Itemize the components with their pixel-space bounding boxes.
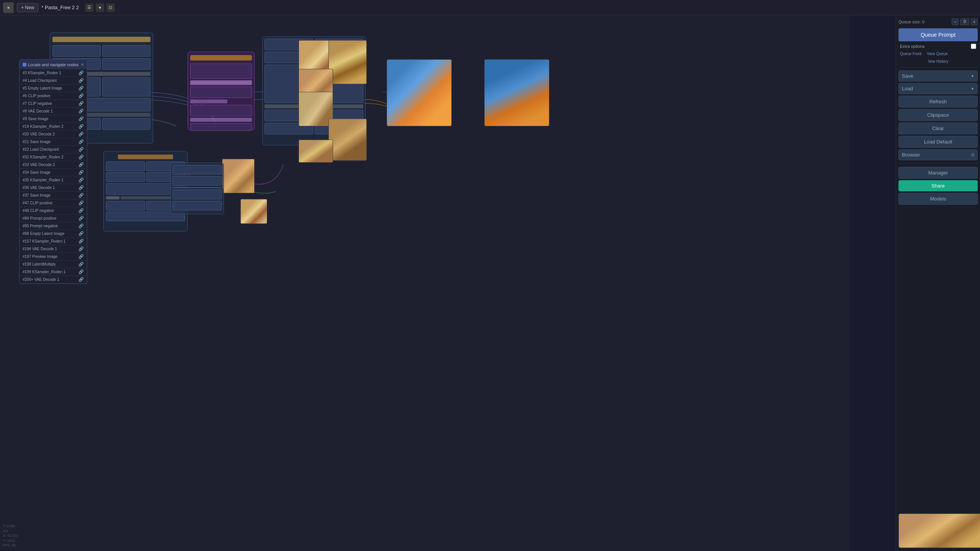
- locate-item[interactable]: #8 VAE Decode 1🔗: [20, 108, 87, 115]
- locate-item[interactable]: #35 KSampler_Roden 1🔗: [20, 176, 87, 184]
- queue-size-row: Queue size: 0 − 0 +: [898, 18, 978, 25]
- image-preview-2: [328, 40, 367, 84]
- right-panel: Queue size: 0 − 0 + Queue Prompt Extra o…: [896, 15, 980, 551]
- extra-options-label: Extra options: [900, 44, 924, 49]
- browser-button[interactable]: Browser ⊡: [898, 149, 978, 160]
- queue-size-label: Queue size: 0: [898, 20, 924, 24]
- locate-panel-title: Locate and navigate nodes: [28, 62, 78, 67]
- clipspace-button[interactable]: Clipspace: [898, 109, 978, 121]
- load-label: Load: [902, 86, 913, 91]
- locate-panel: Locate and navigate nodes × #3 KSampler_…: [19, 59, 87, 284]
- locate-item[interactable]: #200+ VAE Decode 1🔗: [20, 276, 87, 284]
- clear-label: Clear: [932, 126, 944, 131]
- thumbnail-preview: [898, 514, 980, 548]
- locate-item[interactable]: #22 Load Checkpoint🔗: [20, 146, 87, 153]
- locate-item[interactable]: #197 Preview Image🔗: [20, 253, 87, 261]
- image-preview-6: [299, 140, 333, 163]
- locate-panel-close[interactable]: ×: [81, 62, 84, 67]
- queue-size-increment[interactable]: +: [971, 18, 978, 25]
- node-group-purple: [188, 52, 255, 130]
- locate-item[interactable]: #5 Empty Latent Image🔗: [20, 85, 87, 92]
- queue-prompt-label: Queue Prompt: [921, 32, 956, 38]
- load-default-label: Load Default: [924, 139, 952, 145]
- save-label: Save: [902, 73, 913, 79]
- refresh-button[interactable]: Refresh: [898, 96, 978, 108]
- save-arrow: ▼: [971, 74, 974, 78]
- locate-item[interactable]: #47 CLIP positive🔗: [20, 199, 87, 207]
- refresh-label: Refresh: [929, 99, 947, 104]
- view-history-row: Vew History: [898, 59, 978, 64]
- clear-button[interactable]: Clear: [898, 122, 978, 134]
- locate-item[interactable]: #85 Prompt negative🔗: [20, 222, 87, 230]
- queue-size-decrement[interactable]: −: [952, 18, 959, 25]
- save-load-row: Save ▼: [898, 70, 978, 82]
- locate-panel-list[interactable]: #3 KSampler_Roden 1🔗#4 Load Checkpoint🔗#…: [20, 69, 87, 284]
- image-preview-5: [328, 119, 367, 161]
- save-icon[interactable]: ⊡: [106, 3, 115, 12]
- stat-y: Y: 1511: [3, 538, 18, 543]
- locate-item[interactable]: #21 Save Image🔗: [20, 138, 87, 146]
- queue-size-value: 0: [960, 18, 969, 25]
- stat-val: 0.0: [3, 529, 18, 534]
- browser-icon: ⊡: [971, 153, 974, 157]
- canvas-area[interactable]: [0, 15, 850, 551]
- models-label: Models: [930, 196, 946, 202]
- locate-item[interactable]: #9 Save Image🔗: [20, 115, 87, 123]
- locate-item[interactable]: #19 KSampler_Roden 2🔗: [20, 123, 87, 130]
- separator-1: [898, 67, 978, 67]
- share-label: Share: [931, 183, 945, 189]
- load-arrow: ▼: [971, 87, 974, 91]
- locate-item[interactable]: #36 VAE Decode 1🔗: [20, 184, 87, 192]
- extra-options-checkbox[interactable]: [971, 44, 976, 49]
- locate-item[interactable]: #199 KSampler_Roden 1🔗: [20, 268, 87, 276]
- manager-button[interactable]: Manager: [898, 167, 978, 179]
- extra-options-row: Extra options: [898, 43, 978, 50]
- locate-item[interactable]: #6 CLIP positive🔗: [20, 92, 87, 100]
- locate-item[interactable]: #32 KSampler_Roden 2🔗: [20, 153, 87, 161]
- stats-overlay: T: 0.00s 0.0 X: 72 (72) Y: 1511 FPS: 58: [3, 524, 18, 548]
- queue-front-button[interactable]: Queue Front: [898, 51, 923, 56]
- locate-item[interactable]: #196 VAE Decode 1🔗: [20, 245, 87, 253]
- stat-fps: FPS: 58: [3, 543, 18, 548]
- models-button[interactable]: Models: [898, 193, 978, 205]
- locate-item[interactable]: #157 KSampler_Roden 1🔗: [20, 238, 87, 245]
- new-button[interactable]: + New: [17, 3, 38, 12]
- app-logo: ■: [3, 2, 14, 13]
- queue-prompt-button[interactable]: Queue Prompt: [898, 28, 978, 41]
- node-group-small-lower2: [170, 187, 224, 214]
- locate-item[interactable]: #198 LatentMultiply🔗: [20, 261, 87, 268]
- view-queue-button[interactable]: View Queue: [925, 51, 949, 56]
- locate-item[interactable]: #3 KSampler_Roden 1🔗: [20, 69, 87, 77]
- image-preview-4: [299, 92, 333, 126]
- image-preview-small-2: [240, 199, 267, 224]
- locate-item[interactable]: #7 CLIP negative🔗: [20, 100, 87, 108]
- locate-item[interactable]: #33 VAE Decode 2🔗: [20, 161, 87, 169]
- view-history-button[interactable]: Vew History: [926, 59, 950, 64]
- load-row: Load ▼: [898, 83, 978, 94]
- clipspace-label: Clipspace: [927, 112, 949, 118]
- locate-item[interactable]: #84 Prompt positive🔗: [20, 215, 87, 222]
- browser-label: Browser: [902, 152, 920, 158]
- stat-x: X: 72 (72): [3, 533, 18, 538]
- locate-item[interactable]: #37 Save Image🔗: [20, 192, 87, 199]
- queue-front-row: Queue Front View Queue: [898, 51, 978, 56]
- locate-item[interactable]: #4 Load Checkpoint🔗: [20, 77, 87, 85]
- separator-2: [898, 163, 978, 164]
- save-button[interactable]: Save ▼: [898, 70, 978, 82]
- queue-size-controls: − 0 +: [952, 18, 978, 25]
- image-preview-large-1: [387, 59, 452, 126]
- locate-item[interactable]: #88 Empty Latent Image🔗: [20, 230, 87, 238]
- locate-item[interactable]: #48 CLIP negative🔗: [20, 207, 87, 215]
- locate-item[interactable]: #20 VAE Decode 2🔗: [20, 130, 87, 138]
- locate-panel-header: Locate and navigate nodes ×: [20, 60, 87, 69]
- dropdown-icon[interactable]: ▼: [96, 3, 104, 12]
- share-button[interactable]: Share: [898, 180, 978, 191]
- topbar: ■ + New * Pasta_Free 2 2 ☰ ▼ ⊡: [0, 0, 980, 15]
- topbar-icons: ☰ ▼ ⊡: [85, 3, 115, 12]
- stat-time: T: 0.00s: [3, 524, 18, 529]
- menu-icon[interactable]: ☰: [85, 3, 93, 12]
- load-button[interactable]: Load ▼: [898, 83, 978, 94]
- locate-item[interactable]: #34 Save Image🔗: [20, 169, 87, 176]
- locate-badge: [23, 63, 26, 67]
- load-default-button[interactable]: Load Default: [898, 136, 978, 148]
